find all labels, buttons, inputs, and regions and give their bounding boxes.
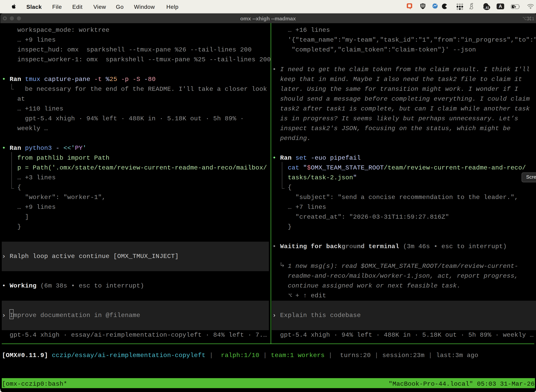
svg-text:1: 1 (532, 16, 534, 21)
svg-text:..61: ..61 (484, 6, 489, 9)
